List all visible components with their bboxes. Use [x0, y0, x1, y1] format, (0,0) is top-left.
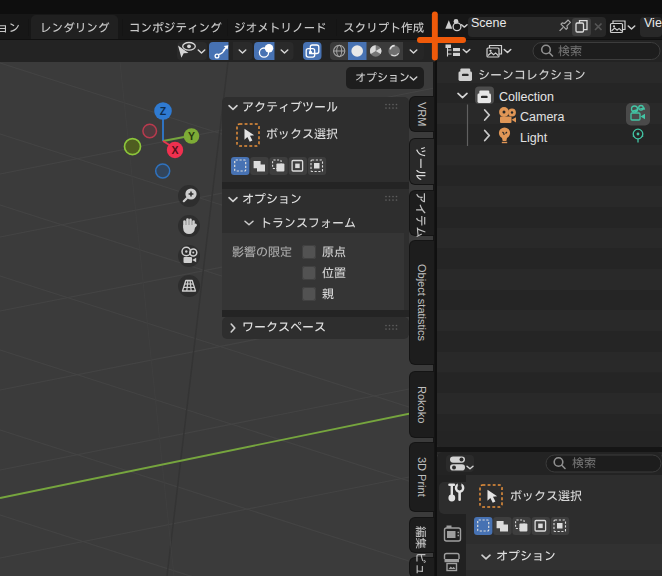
svg-text:Y: Y [188, 130, 195, 142]
svg-text:X: X [171, 144, 178, 156]
svg-text:Z: Z [160, 105, 167, 117]
